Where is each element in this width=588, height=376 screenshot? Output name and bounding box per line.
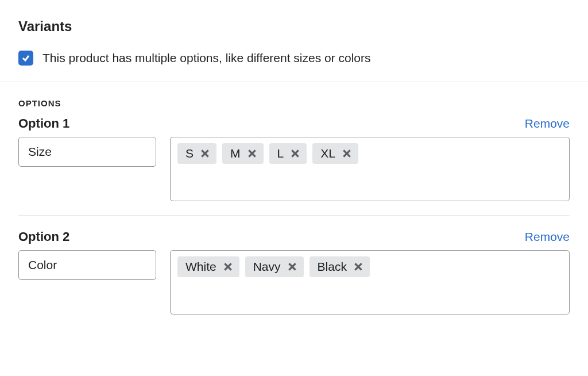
tag-remove-button[interactable]	[199, 148, 211, 159]
tag-label: L	[277, 147, 284, 160]
option-title: Option 2	[18, 229, 69, 244]
close-icon	[223, 262, 233, 272]
option-row: White Navy Black	[18, 250, 570, 314]
option-value-tag: Navy	[245, 256, 304, 277]
tag-remove-button[interactable]	[289, 148, 301, 159]
option-header: Option 2 Remove	[18, 229, 570, 244]
tag-label: S	[185, 147, 194, 160]
close-icon	[247, 148, 257, 159]
option-name-input[interactable]	[18, 137, 156, 167]
close-icon	[200, 148, 210, 159]
close-icon	[287, 262, 297, 272]
options-heading: OPTIONS	[18, 98, 570, 108]
section-divider	[0, 82, 588, 82]
option-header: Option 1 Remove	[18, 116, 570, 131]
tag-remove-button[interactable]	[353, 261, 364, 273]
tag-remove-button[interactable]	[341, 148, 353, 159]
option-values-field[interactable]: S M L XL	[170, 137, 570, 201]
tag-label: XL	[320, 147, 335, 160]
tag-label: Navy	[253, 260, 281, 274]
variants-heading: Variants	[18, 18, 570, 34]
option-block-2: Option 2 Remove White Navy Black	[18, 229, 570, 314]
option-divider	[18, 215, 570, 216]
tag-label: White	[185, 260, 216, 274]
close-icon	[353, 262, 363, 272]
option-value-tag: White	[177, 256, 239, 277]
remove-option-button[interactable]: Remove	[525, 230, 570, 244]
option-value-tag: S	[177, 143, 216, 164]
tag-remove-button[interactable]	[222, 261, 234, 273]
close-icon	[342, 148, 352, 159]
tag-label: M	[230, 147, 241, 160]
option-value-tag: M	[222, 143, 264, 164]
close-icon	[290, 148, 300, 159]
tag-remove-button[interactable]	[246, 148, 258, 159]
option-value-tag: XL	[312, 143, 358, 164]
option-title: Option 1	[18, 116, 69, 131]
tag-label: Black	[318, 260, 347, 274]
option-value-tag: Black	[310, 256, 370, 277]
multiple-options-row: This product has multiple options, like …	[18, 51, 570, 66]
option-values-field[interactable]: White Navy Black	[170, 250, 570, 314]
check-icon	[21, 53, 30, 63]
option-block-1: Option 1 Remove S M L XL	[18, 116, 570, 201]
option-row: S M L XL	[18, 137, 570, 201]
tag-remove-button[interactable]	[287, 261, 298, 273]
option-value-tag: L	[269, 143, 307, 164]
option-name-input[interactable]	[18, 250, 156, 280]
multiple-options-checkbox[interactable]	[18, 51, 33, 66]
multiple-options-label: This product has multiple options, like …	[42, 51, 371, 65]
remove-option-button[interactable]: Remove	[525, 117, 570, 131]
